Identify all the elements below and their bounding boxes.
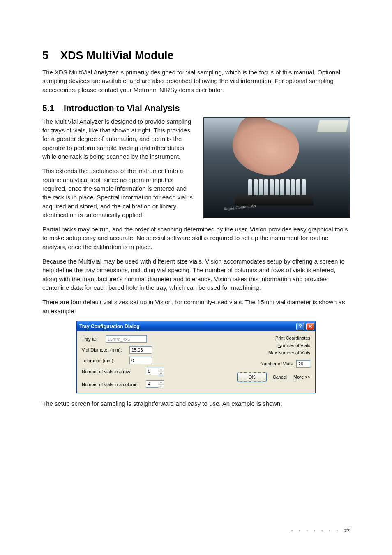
help-button[interactable]: ? — [296, 323, 304, 330]
body-paragraph: The setup screen for sampling is straigh… — [42, 399, 350, 408]
max-number-of-vials-link[interactable]: Max Number of Vials — [268, 350, 310, 355]
body-paragraph: Partial racks may be run, and the order … — [42, 225, 350, 251]
vials-row-label: Number of vials in a row: — [82, 369, 143, 374]
tolerance-input[interactable] — [129, 357, 152, 364]
chapter-title: XDS MultiVial Module — [60, 49, 174, 62]
close-button[interactable]: ✕ — [306, 323, 314, 330]
tray-id-input[interactable] — [106, 335, 147, 343]
vial-diameter-input[interactable] — [129, 346, 152, 354]
dialog-titlebar[interactable]: Tray Configuration Dialog ? ✕ — [77, 321, 315, 331]
number-of-vials-link[interactable]: Number of Vials — [278, 343, 310, 348]
cancel-button[interactable]: Cancel — [273, 372, 287, 382]
vials-column-label: Number of vials in a column: — [82, 382, 143, 387]
footer-dots: ▪ ▪ ▪ ▪ ▪ ▪ ▪ — [291, 528, 340, 533]
device-panel — [317, 120, 349, 132]
vials-column-stepper[interactable]: ▲ ▼ — [146, 380, 164, 389]
spin-down-icon[interactable]: ▼ — [158, 385, 164, 388]
more-button[interactable]: More >> — [293, 372, 310, 382]
close-icon: ✕ — [308, 324, 312, 329]
page-footer: ▪ ▪ ▪ ▪ ▪ ▪ ▪ 27 — [291, 528, 350, 534]
intro-paragraph: The XDS MultiVial Analyzer is primarily … — [42, 68, 350, 94]
help-icon: ? — [299, 324, 302, 329]
print-coordinates-link[interactable]: Print Coordinates — [275, 335, 310, 340]
body-paragraph: There are four default vial sizes set up… — [42, 298, 350, 315]
section-title: Introduction to Vial Analysis — [64, 103, 180, 113]
body-paragraph: The MultiVial Analyzer is designed to pr… — [42, 117, 194, 161]
number-of-vials-output — [296, 360, 310, 368]
tolerance-label: Tolerance (mm): — [82, 358, 126, 363]
section-heading: 5.1Introduction to Vial Analysis — [42, 103, 350, 113]
vials-row-input[interactable] — [146, 368, 158, 375]
vial-diameter-label: Vial Diameter (mm): — [82, 347, 126, 352]
hand-illustration — [225, 117, 306, 185]
spin-down-icon[interactable]: ▼ — [158, 372, 164, 376]
ok-button[interactable]: OK — [238, 372, 266, 382]
spin-up-icon[interactable]: ▲ — [158, 381, 164, 385]
chapter-heading: 5XDS MultiVial Module — [42, 49, 350, 62]
dialog-title: Tray Configuration Dialog — [79, 324, 295, 329]
body-paragraph: Because the MultiVial may be used with d… — [42, 257, 350, 292]
body-paragraph: This extends the usefulness of the instr… — [42, 166, 194, 219]
number-of-vials-static-label: Number of Vials: — [261, 361, 294, 366]
multivial-photo: Rapid Content An — [203, 117, 350, 218]
section-number: 5.1 — [42, 103, 64, 113]
vials-column-input[interactable] — [146, 380, 158, 388]
tray-id-label: Tray ID: — [82, 337, 102, 342]
page-number: 27 — [344, 528, 350, 534]
tray-configuration-dialog: Tray Configuration Dialog ? ✕ Tray ID: V… — [76, 321, 316, 393]
vials-row-stepper[interactable]: ▲ ▼ — [146, 368, 164, 376]
spin-up-icon[interactable]: ▲ — [158, 368, 164, 372]
chapter-number: 5 — [42, 49, 60, 62]
